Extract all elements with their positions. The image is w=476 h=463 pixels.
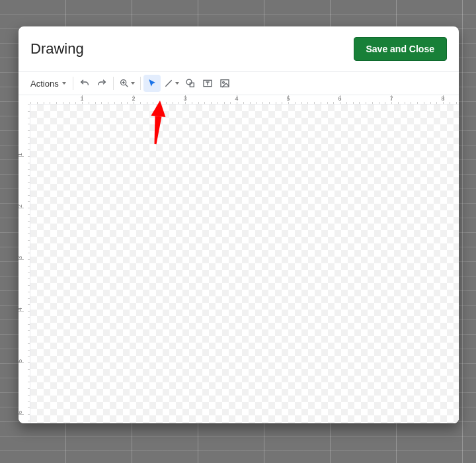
- ruler-tick-minor: [28, 278, 30, 279]
- ruler-tick-minor: [28, 285, 30, 286]
- ruler-tick-minor: [436, 102, 437, 104]
- ruler-tick-minor: [372, 102, 373, 104]
- ruler-tick-minor: [417, 102, 418, 104]
- ruler-tick-minor: [127, 102, 128, 104]
- ruler-tick-minor: [192, 102, 192, 104]
- ruler-tick-minor: [237, 102, 237, 104]
- ruler-tick-minor: [28, 189, 30, 189]
- ruler-tick-minor: [28, 401, 30, 402]
- chevron-down-icon: [175, 82, 179, 85]
- ruler-tick-minor: [28, 350, 30, 351]
- ruler-label: 1: [19, 153, 23, 156]
- ruler-tick-minor: [28, 376, 30, 376]
- ruler-tick-minor: [173, 102, 173, 104]
- ruler-tick-minor: [28, 124, 30, 124]
- ruler-label: 3: [183, 95, 186, 102]
- ruler-tick-minor: [307, 102, 308, 104]
- ruler-label: 6: [338, 95, 341, 102]
- ruler-tick-minor: [405, 102, 405, 104]
- ruler-tick-minor: [28, 214, 30, 215]
- chevron-down-icon: [131, 82, 135, 85]
- ruler-tick-minor: [28, 130, 30, 131]
- textbox-tool-button[interactable]: [199, 75, 216, 92]
- ruler-tick-minor: [321, 102, 321, 104]
- ruler-tick-minor: [28, 163, 30, 163]
- ruler-label: 8: [441, 95, 444, 102]
- ruler-tick-minor: [28, 221, 30, 222]
- separator: [113, 77, 114, 90]
- ruler-tick-minor: [44, 102, 44, 104]
- line-tool-button[interactable]: [161, 75, 182, 92]
- ruler-tick-minor: [288, 102, 289, 104]
- ruler-tick-minor: [28, 343, 30, 344]
- shape-tool-button[interactable]: [182, 75, 199, 92]
- ruler-tick-minor: [28, 149, 30, 150]
- toolbar: Actions: [19, 71, 459, 95]
- ruler-tick-minor: [147, 102, 147, 104]
- ruler-tick-minor: [28, 414, 30, 415]
- shape-icon: [185, 78, 196, 89]
- ruler-tick-minor: [391, 102, 392, 104]
- save-and-close-button[interactable]: Save and Close: [354, 37, 448, 61]
- ruler-tick-minor: [456, 102, 457, 104]
- ruler-tick-minor: [28, 144, 30, 144]
- ruler-tick-minor: [69, 102, 70, 104]
- ruler-tick-minor: [101, 102, 102, 104]
- ruler-tick-minor: [28, 382, 30, 382]
- ruler-tick-minor: [28, 369, 30, 370]
- ruler-tick-minor: [178, 102, 179, 104]
- ruler-tick-minor: [230, 102, 231, 104]
- ruler-tick: [19, 156, 24, 157]
- ruler-tick-minor: [37, 102, 38, 104]
- ruler-tick-minor: [28, 182, 30, 183]
- ruler-tick-minor: [28, 330, 30, 331]
- redo-icon: [97, 78, 107, 89]
- zoom-button[interactable]: [116, 75, 138, 92]
- ruler-tick-minor: [295, 102, 296, 104]
- ruler-tick-minor: [282, 102, 282, 104]
- ruler-tick-minor: [269, 102, 270, 104]
- ruler-label: 3: [19, 256, 23, 259]
- ruler-tick-minor: [327, 102, 328, 104]
- ruler-tick-minor: [218, 102, 218, 104]
- image-tool-button[interactable]: [216, 75, 233, 92]
- ruler-label: 5: [286, 95, 290, 102]
- ruler-tick-minor: [424, 102, 424, 104]
- ruler-tick-minor: [262, 102, 263, 104]
- ruler-tick-minor: [28, 362, 30, 363]
- ruler-label: 2: [132, 95, 135, 102]
- ruler-tick-minor: [276, 102, 276, 104]
- cursor-icon: [147, 78, 157, 89]
- actions-menu[interactable]: Actions: [24, 75, 70, 92]
- textbox-icon: [202, 78, 213, 89]
- ruler-tick-minor: [243, 102, 244, 104]
- drawing-canvas[interactable]: [30, 105, 459, 423]
- ruler-tick: [19, 414, 24, 415]
- line-icon: [163, 78, 174, 89]
- undo-button[interactable]: [76, 75, 93, 92]
- redo-button[interactable]: [93, 75, 110, 92]
- ruler-tick-minor: [211, 102, 212, 104]
- ruler-tick-minor: [28, 259, 30, 260]
- select-tool-button[interactable]: [143, 75, 161, 92]
- vertical-ruler: 123456: [19, 105, 30, 423]
- ruler-label: 6: [19, 411, 23, 414]
- ruler-tick-minor: [385, 102, 385, 104]
- ruler-tick-minor: [359, 102, 360, 104]
- ruler-tick-minor: [28, 137, 30, 138]
- ruler-tick-minor: [28, 273, 30, 273]
- ruler-tick-minor: [28, 111, 30, 112]
- ruler-tick-minor: [28, 388, 30, 389]
- ruler-tick-minor: [379, 102, 379, 104]
- ruler-tick-minor: [28, 298, 30, 299]
- ruler-tick-minor: [450, 102, 450, 104]
- canvas-area: 12345678 123456: [19, 95, 459, 423]
- ruler-tick-minor: [28, 201, 30, 202]
- ruler-tick-minor: [204, 102, 205, 104]
- ruler-tick-minor: [28, 311, 30, 312]
- image-icon: [219, 78, 230, 89]
- ruler-tick-minor: [430, 102, 431, 104]
- ruler-tick-minor: [28, 337, 30, 337]
- ruler-tick-minor: [28, 227, 30, 228]
- ruler-tick-minor: [256, 102, 257, 104]
